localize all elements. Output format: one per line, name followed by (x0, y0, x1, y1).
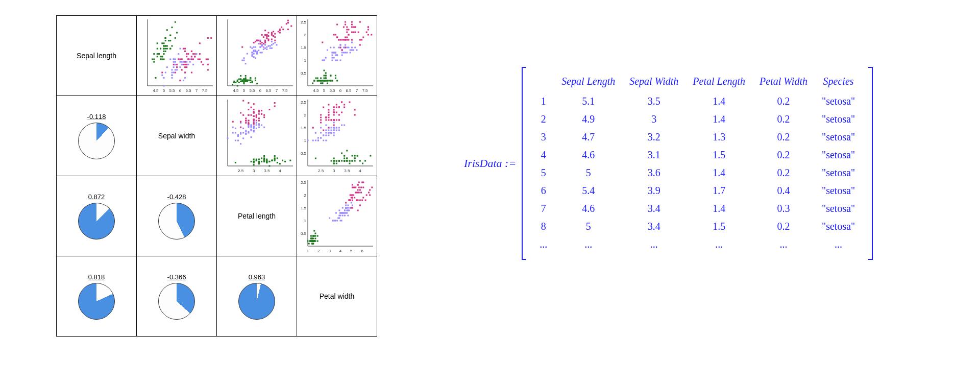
svg-rect-50 (163, 45, 165, 47)
svg-rect-48 (155, 77, 157, 79)
svg-rect-152 (191, 59, 192, 60)
diag-label: Petal width (320, 292, 354, 300)
svg-rect-57 (196, 53, 198, 55)
svg-rect-127 (194, 53, 195, 55)
svg-rect-505 (253, 159, 255, 160)
svg-rect-349 (325, 73, 327, 74)
svg-rect-200 (252, 82, 253, 83)
svg-rect-779 (336, 104, 337, 106)
svg-rect-943 (360, 187, 362, 188)
svg-rect-544 (251, 136, 252, 138)
svg-rect-550 (258, 123, 260, 125)
cell: ... (752, 235, 815, 253)
corr-pie (78, 203, 115, 240)
cell: 1.3 (685, 128, 752, 146)
svg-rect-83 (192, 64, 194, 65)
svg-rect-298 (261, 34, 263, 36)
svg-rect-339 (312, 83, 313, 84)
svg-text:5: 5 (350, 249, 353, 253)
svg-rect-597 (274, 102, 276, 104)
svg-rect-371 (320, 78, 322, 79)
svg-rect-372 (325, 80, 327, 82)
svg-rect-909 (362, 182, 364, 183)
svg-rect-367 (315, 78, 317, 79)
svg-rect-679 (346, 158, 348, 159)
svg-rect-944 (358, 182, 360, 183)
svg-rect-929 (359, 205, 361, 206)
svg-rect-662 (341, 153, 342, 154)
svg-rect-738 (328, 132, 329, 134)
svg-rect-768 (333, 125, 335, 126)
svg-rect-580 (261, 110, 262, 111)
svg-rect-690 (338, 127, 340, 129)
svg-text:1: 1 (304, 219, 307, 223)
svg-rect-579 (248, 131, 249, 132)
svg-rect-35 (166, 48, 168, 50)
svg-text:6.5: 6.5 (265, 88, 272, 93)
data-matrix-panel: IrisData := Sepal Length Sepal Width Pet… (464, 66, 874, 260)
scatter-matrix-panel: Sepal length 4.555.566.577.5 4.555.566.5… (56, 15, 377, 337)
svg-rect-603 (245, 122, 247, 124)
svg-rect-52 (160, 59, 161, 60)
corr-pie (158, 283, 195, 320)
svg-rect-230 (253, 46, 255, 48)
svg-rect-223 (247, 53, 248, 55)
svg-rect-373 (317, 80, 318, 82)
data-rows: 15.13.51.40.2"setosa"24.931.40.2"setosa"… (532, 92, 862, 253)
svg-rect-686 (338, 160, 340, 162)
svg-rect-876 (349, 210, 350, 211)
svg-rect-400 (346, 52, 348, 54)
svg-rect-121 (176, 64, 178, 65)
svg-rect-132 (199, 53, 201, 55)
svg-rect-279 (266, 37, 267, 39)
svg-rect-82 (189, 59, 191, 60)
corr-value: -0.118 (87, 113, 106, 121)
svg-rect-437 (346, 37, 348, 38)
svg-rect-898 (329, 218, 330, 219)
svg-rect-571 (253, 126, 255, 127)
svg-rect-341 (335, 75, 336, 77)
svg-rect-148 (194, 56, 195, 57)
svg-rect-787 (344, 107, 345, 108)
svg-rect-290 (263, 43, 264, 44)
svg-rect-377 (346, 47, 348, 49)
svg-rect-294 (282, 29, 284, 30)
svg-rect-17 (169, 40, 171, 41)
cell: ... (532, 235, 554, 253)
svg-rect-938 (349, 200, 350, 201)
svg-text:7: 7 (276, 88, 278, 93)
svg-rect-736 (331, 132, 332, 134)
svg-rect-308 (271, 33, 273, 35)
svg-rect-864 (335, 212, 337, 214)
svg-rect-238 (266, 49, 267, 50)
cell: 0.2 (752, 128, 815, 146)
svg-rect-345 (325, 78, 327, 79)
cell: 5 (554, 164, 622, 182)
svg-rect-471 (351, 27, 353, 28)
col-sepal-width: Sepal Width (622, 74, 685, 92)
svg-rect-702 (331, 130, 332, 131)
svg-rect-75 (183, 80, 184, 81)
svg-rect-734 (333, 135, 335, 136)
svg-rect-757 (323, 107, 324, 108)
svg-rect-727 (333, 132, 335, 134)
svg-rect-652 (333, 163, 335, 164)
cell: 1 (532, 92, 554, 110)
svg-rect-366 (324, 78, 325, 79)
svg-rect-743 (333, 109, 335, 111)
svg-rect-403 (351, 42, 353, 43)
svg-rect-615 (253, 109, 255, 110)
right-bracket (867, 66, 874, 260)
svg-rect-762 (325, 119, 327, 121)
svg-rect-917 (369, 189, 371, 191)
svg-rect-105 (165, 72, 166, 74)
svg-rect-332 (317, 78, 318, 79)
svg-rect-38 (169, 48, 171, 50)
svg-rect-599 (232, 121, 234, 123)
svg-text:6: 6 (259, 88, 262, 93)
svg-rect-25 (175, 37, 176, 39)
svg-rect-81 (186, 61, 187, 63)
svg-rect-732 (315, 140, 316, 141)
cell: 5.1 (554, 92, 622, 110)
svg-rect-771 (328, 109, 329, 111)
